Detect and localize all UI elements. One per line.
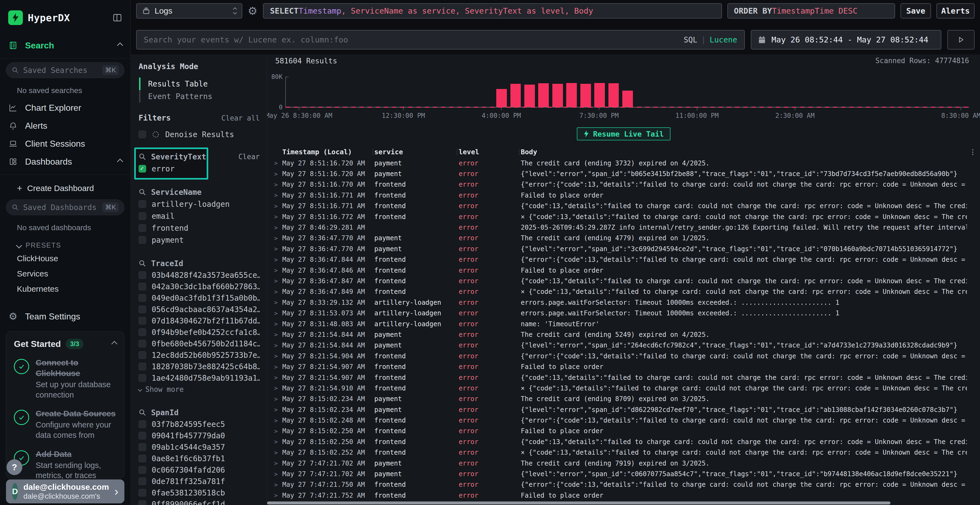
table-row[interactable]: > May 27 8:15:02.234 AM payment error {"…: [272, 404, 979, 415]
filter-option[interactable]: 0ff8990066efcf1d: [138, 499, 260, 505]
filter-option[interactable]: 0fbe680eb456750b2d1184c…: [138, 338, 260, 349]
row-expand-chevron[interactable]: >: [272, 364, 282, 370]
row-expand-chevron[interactable]: >: [272, 213, 282, 220]
presets-toggle[interactable]: PRESETS: [0, 236, 130, 251]
row-expand-chevron[interactable]: >: [272, 203, 282, 210]
clear-all-filters-button[interactable]: Clear all: [221, 114, 260, 122]
row-expand-chevron[interactable]: >: [272, 224, 282, 231]
filter-option[interactable]: 12ec8dd52b60b9525733b7e…: [138, 349, 260, 361]
preset-dashboard-link[interactable]: ClickHouse: [0, 251, 130, 266]
checkbox[interactable]: [138, 351, 146, 359]
row-expand-chevron[interactable]: >: [272, 171, 282, 178]
sidebar-collapse-icon[interactable]: [113, 13, 122, 22]
filter-option[interactable]: artillery-loadgen: [138, 198, 260, 210]
checkbox[interactable]: [138, 363, 146, 370]
row-expand-chevron[interactable]: >: [272, 160, 282, 167]
search-icon[interactable]: [138, 153, 146, 160]
sidebar-item-search[interactable]: Search: [0, 37, 130, 54]
table-row[interactable]: > May 27 8:36:47.770 AM payment error {"…: [272, 243, 979, 254]
search-icon[interactable]: [138, 260, 146, 267]
checkbox[interactable]: [138, 200, 146, 208]
table-row[interactable]: > May 27 7:47:21.702 AM payment error {"…: [272, 468, 979, 479]
row-expand-chevron[interactable]: >: [272, 406, 282, 413]
language-toggle-lucene[interactable]: Lucene: [710, 35, 737, 44]
source-select[interactable]: Logs: [136, 3, 242, 19]
checkbox[interactable]: [138, 329, 146, 336]
row-expand-chevron[interactable]: >: [272, 288, 282, 295]
sidebar-item-team-settings[interactable]: ⚙ Team Settings: [0, 308, 130, 326]
checkbox[interactable]: [138, 432, 146, 440]
row-expand-chevron[interactable]: >: [272, 235, 282, 241]
checkbox[interactable]: [138, 271, 146, 279]
table-row[interactable]: > May 27 8:51:16.770 AM frontend error {…: [272, 179, 979, 190]
filter-option[interactable]: email: [138, 210, 260, 222]
checkbox[interactable]: [138, 236, 146, 244]
table-row[interactable]: > May 27 8:21:54.907 AM frontend error {…: [272, 372, 979, 383]
checkbox[interactable]: [138, 294, 146, 302]
row-expand-chevron[interactable]: >: [272, 342, 282, 349]
filter-option[interactable]: 18287038b73e882425c64b8…: [138, 361, 260, 372]
table-row[interactable]: > May 27 8:46:29.281 AM error 2025-05-26…: [272, 222, 979, 233]
filter-option[interactable]: 09ab1c4544c9a357: [138, 441, 260, 453]
sidebar-item-client-sessions[interactable]: Client Sessions: [0, 135, 130, 152]
sidebar-item-dashboards[interactable]: Dashboards: [0, 152, 130, 171]
table-row[interactable]: > May 27 8:21:54.907 AM frontend error F…: [272, 361, 979, 372]
table-row[interactable]: > May 27 7:47:21.702 AM payment error Th…: [272, 458, 979, 468]
filter-option[interactable]: 0de781ff325a781f: [138, 476, 260, 487]
row-expand-chevron[interactable]: >: [272, 449, 282, 456]
chevron-up-icon[interactable]: [111, 341, 118, 347]
checkbox[interactable]: [138, 443, 146, 451]
table-row[interactable]: > May 27 8:51:16.771 AM frontend error {…: [272, 201, 979, 211]
checkbox[interactable]: [138, 374, 146, 382]
row-expand-chevron[interactable]: >: [272, 385, 282, 392]
filter-option[interactable]: 03f7b824595feec5: [138, 418, 260, 430]
row-expand-chevron[interactable]: >: [272, 245, 282, 252]
filter-option[interactable]: 09041fb457779da0: [138, 430, 260, 441]
preset-dashboard-link[interactable]: Services: [0, 266, 130, 281]
analysis-mode-event-patterns[interactable]: Event Patterns: [139, 90, 260, 103]
checkbox[interactable]: [138, 500, 146, 505]
column-header-level[interactable]: level: [459, 148, 516, 156]
filter-option[interactable]: 0c0667304fafd206: [138, 464, 260, 476]
checkbox[interactable]: [138, 489, 146, 497]
filter-option[interactable]: 0fae5381230518cb: [138, 487, 260, 499]
analysis-mode-results-table[interactable]: Results Table: [139, 78, 260, 90]
table-row[interactable]: > May 27 8:15:02.250 AM frontend error {…: [272, 437, 979, 447]
row-expand-chevron[interactable]: >: [272, 460, 282, 467]
clear-severity-filter-button[interactable]: Clear: [239, 152, 260, 161]
checkbox[interactable]: [138, 455, 146, 462]
checkbox[interactable]: [138, 478, 146, 485]
date-range-picker[interactable]: May 26 08:52:44 - May 27 08:52:44: [751, 30, 941, 49]
table-row[interactable]: > May 27 8:36:47.844 AM frontend error {…: [272, 254, 979, 265]
row-expand-chevron[interactable]: >: [272, 428, 282, 435]
row-expand-chevron[interactable]: >: [272, 192, 282, 199]
table-row[interactable]: > May 27 7:47:21.752 AM frontend error F…: [272, 490, 979, 501]
trace-show-more-button[interactable]: Show more: [138, 384, 260, 395]
table-row[interactable]: > May 27 8:15:02.250 AM frontend error F…: [272, 426, 979, 437]
table-row[interactable]: > May 27 7:47:21.750 AM frontend error {…: [272, 480, 979, 490]
denoise-results-checkbox-row[interactable]: Denoise Results: [138, 129, 260, 140]
row-expand-chevron[interactable]: >: [272, 321, 282, 327]
table-row[interactable]: > May 27 8:33:29.132 AM artillery-loadge…: [272, 297, 979, 308]
checkbox[interactable]: [138, 420, 146, 428]
search-icon[interactable]: [138, 188, 146, 196]
column-separator[interactable]: ⋮: [454, 148, 459, 156]
get-started-item[interactable]: Add Data Start sending logs, metrics, or…: [14, 449, 116, 481]
column-separator[interactable]: ⋮: [369, 148, 374, 156]
create-dashboard-button[interactable]: + Create Dashboard: [0, 178, 130, 196]
checkbox[interactable]: [138, 283, 146, 290]
order-by-input[interactable]: ORDER BY TimestampTime DESC: [727, 3, 895, 19]
filter-option[interactable]: 0ae8e1f6c6b37fb1: [138, 453, 260, 464]
row-expand-chevron[interactable]: >: [272, 492, 282, 499]
table-row[interactable]: > May 27 8:21:54.904 AM frontend error {…: [272, 351, 979, 361]
row-expand-chevron[interactable]: >: [272, 299, 282, 306]
table-row[interactable]: > May 27 8:15:02.252 AM frontend error ×…: [272, 447, 979, 458]
table-row[interactable]: > May 27 8:31:53.073 AM artillery-loadge…: [272, 308, 979, 318]
row-expand-chevron[interactable]: >: [272, 256, 282, 263]
column-separator[interactable]: ⋮: [516, 148, 521, 156]
table-row[interactable]: > May 27 8:31:48.083 AM artillery-loadge…: [272, 319, 979, 329]
save-button[interactable]: Save: [900, 3, 931, 19]
resume-live-tail-button[interactable]: Resume Live Tail: [577, 127, 670, 140]
table-row[interactable]: > May 27 8:21:54.844 AM payment error {"…: [272, 340, 979, 351]
column-header-body[interactable]: Body: [521, 148, 967, 156]
